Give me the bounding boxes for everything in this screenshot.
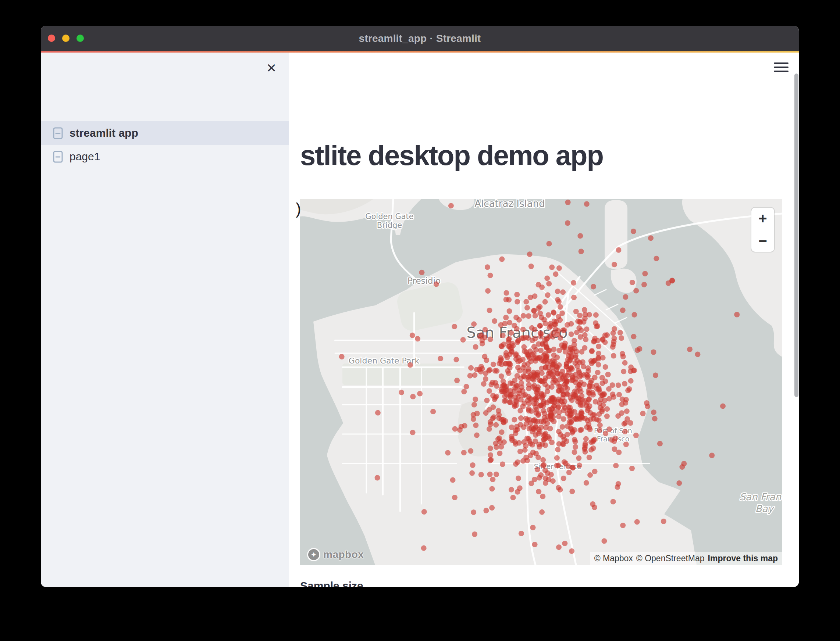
scatter-dot	[734, 312, 740, 317]
scatter-dot	[515, 359, 521, 364]
scatter-dot	[563, 384, 568, 390]
sidebar-item-streamlit-app[interactable]: streamlit app	[41, 121, 289, 145]
scatter-dot	[526, 313, 531, 319]
scatter-dot	[532, 383, 537, 388]
scatter-dot	[498, 355, 504, 361]
sidebar-item-page1[interactable]: page1	[41, 145, 289, 168]
scatter-dot	[560, 424, 565, 430]
scatter-dot	[556, 463, 561, 468]
scatter-dot	[582, 443, 588, 448]
scatter-dot	[555, 328, 561, 334]
scatter-dot	[616, 392, 622, 397]
traffic-lights	[48, 35, 84, 42]
scatter-dot	[565, 322, 570, 327]
scatter-dot	[452, 426, 458, 432]
scatter-dot	[522, 369, 528, 374]
scatter-dot	[517, 449, 523, 454]
scatter-dot	[483, 327, 488, 333]
scatter-dot	[571, 280, 576, 285]
scatter-dot	[566, 358, 572, 364]
scatter-dot	[561, 416, 566, 422]
scatter-dot	[542, 355, 548, 361]
zoom-in-button[interactable]: +	[751, 208, 774, 230]
scatter-dot	[470, 462, 475, 468]
scatter-dot	[568, 420, 574, 425]
scatter-dot	[571, 295, 577, 300]
scatter-dot	[624, 441, 629, 447]
scatter-dot	[573, 439, 578, 445]
scatter-dot	[537, 323, 543, 329]
scatter-dot	[540, 457, 546, 463]
scatter-dot	[573, 445, 578, 450]
scatter-dot	[473, 396, 478, 402]
scatter-dot	[589, 361, 594, 366]
zoom-out-button[interactable]: −	[751, 230, 774, 252]
scatter-dot	[556, 544, 562, 550]
scatter-dot	[538, 378, 544, 384]
scatter-dot	[528, 359, 534, 364]
scatter-dot	[519, 531, 524, 536]
improve-this-map-link[interactable]: Improve this map	[708, 554, 778, 564]
scatter-dot	[654, 256, 659, 261]
scatter-dot	[562, 541, 567, 546]
osm-attribution-link[interactable]: © OpenStreetMap	[636, 554, 705, 564]
scatter-dot	[521, 393, 526, 398]
scatter-dot	[548, 321, 553, 327]
scatter-dot	[633, 433, 639, 438]
close-traffic-light[interactable]	[48, 35, 55, 42]
main-content: stlite desktop demo app )	[289, 53, 799, 587]
scatter-dot	[490, 380, 495, 385]
scatter-dot	[487, 472, 493, 477]
scatter-dot	[535, 412, 541, 418]
scatter-dot	[461, 450, 467, 456]
minimize-traffic-light[interactable]	[62, 35, 69, 42]
scatter-dot	[720, 403, 725, 409]
scatter-dot	[560, 289, 565, 295]
scatter-dot	[510, 495, 516, 500]
sidebar-close-button[interactable]: ✕	[264, 61, 279, 75]
mapbox-attribution-link[interactable]: © Mapbox	[594, 554, 633, 564]
fullscreen-traffic-light[interactable]	[76, 35, 84, 42]
scatter-dot	[545, 292, 551, 298]
scatter-dot	[512, 385, 518, 391]
scatter-dot	[541, 317, 547, 322]
scatter-dot	[526, 382, 532, 387]
scatter-dot	[452, 495, 457, 500]
scatter-dot	[577, 370, 582, 375]
mapbox-pin-icon: ✦	[307, 548, 320, 561]
scatter-dot	[454, 357, 459, 362]
scatter-dot	[590, 384, 595, 389]
sidebar-nav: streamlit app page1	[41, 121, 289, 168]
mapbox-logo[interactable]: ✦ mapbox	[307, 548, 364, 561]
scatter-dot	[464, 384, 469, 389]
scatter-dot	[490, 477, 495, 482]
scatter-dot	[606, 386, 612, 392]
scatter-dot	[512, 439, 518, 445]
scatter-dot	[484, 398, 489, 403]
scatter-dot	[531, 370, 536, 375]
scatter-dot	[500, 333, 506, 338]
scatter-dot	[541, 408, 546, 414]
map-canvas[interactable]: Alcatraz IslandGolden GateBridgePresidio…	[300, 199, 782, 565]
scatter-dot	[521, 425, 527, 430]
scatter-dot	[500, 389, 506, 395]
scatter-dot	[448, 203, 454, 208]
scatter-dot	[500, 461, 505, 467]
scatter-dot	[445, 450, 451, 456]
scatter-dot	[454, 378, 460, 383]
scatter-dot	[472, 402, 477, 407]
scatter-dot	[544, 345, 549, 350]
stray-paren-text: )	[296, 200, 301, 218]
scatter-dot	[603, 340, 608, 345]
vertical-scrollbar-thumb[interactable]	[795, 74, 798, 397]
scatter-dot	[544, 335, 550, 341]
hamburger-menu-button[interactable]	[774, 62, 788, 73]
scatter-dot	[496, 436, 502, 441]
scatter-dot	[509, 487, 514, 493]
scatter-dot	[492, 318, 497, 324]
scatter-dot	[582, 345, 587, 351]
scatter-dot	[622, 360, 628, 366]
scatter-dot	[556, 441, 562, 446]
scatter-dot	[521, 345, 527, 350]
scatter-dot	[565, 432, 570, 437]
